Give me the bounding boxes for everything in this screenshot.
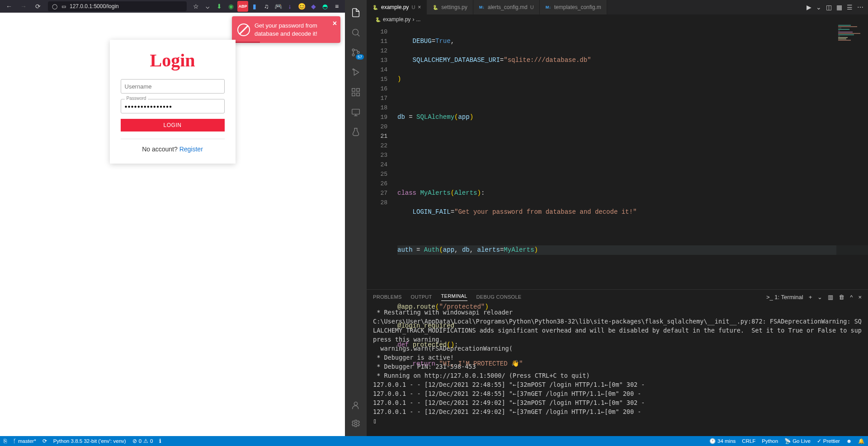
go-live[interactable]: 📡 Go Live [784, 438, 811, 444]
tab-templates-config[interactable]: M↓ templates_config.m [540, 0, 607, 14]
debug-icon[interactable] [345, 63, 367, 81]
testing-icon[interactable] [345, 123, 367, 141]
pocket-icon[interactable]: ⌵ [202, 1, 213, 12]
ext-icon-2[interactable]: ▮ [249, 1, 260, 12]
more-icon[interactable]: ⋯ [857, 4, 863, 11]
python-icon: 🐍 [372, 4, 378, 10]
run-icon[interactable]: ▶ [807, 4, 811, 11]
page-icon: ▭ [61, 3, 67, 9]
browser-toolbar: ← → ⟳ ◯ ▭ 127.0.0.1:5000/login ☆ ⌵ ⬇ ◉ A… [0, 0, 345, 13]
markdown-icon: M↓ [479, 4, 485, 10]
vscode-panel: 57 🐍 example.py U × [345, 0, 868, 436]
tab-close-icon[interactable]: × [418, 4, 421, 10]
split-icon[interactable]: ◫ [826, 4, 832, 11]
downloads-icon[interactable]: ⬇ [214, 1, 225, 12]
ext-icon-3[interactable]: ♫ [261, 1, 272, 12]
toast-error-icon [237, 23, 250, 36]
breadcrumb-file: example.py [383, 16, 410, 23]
remote-icon[interactable] [345, 103, 367, 121]
activity-bar: 57 [345, 0, 367, 436]
ext-icon-1[interactable]: ◉ [226, 1, 236, 12]
ext-icon-6[interactable]: 😊 [296, 1, 307, 12]
tab-example[interactable]: 🐍 example.py U × [367, 0, 427, 14]
tab-label: templates_config.m [554, 4, 601, 10]
url-bar[interactable]: ◯ ▭ 127.0.0.1:5000/login [48, 1, 187, 11]
tab-settings[interactable]: 🐍 settings.py [427, 0, 473, 14]
search-icon[interactable] [345, 23, 367, 42]
source-control-icon[interactable]: 57 [345, 43, 367, 61]
status-extra[interactable]: ℹ [159, 438, 161, 444]
svg-point-2 [352, 54, 354, 56]
tabs-actions: ▶ ⌄ ◫ ▦ ☰ ⋯ [807, 4, 868, 11]
svg-rect-6 [357, 89, 359, 91]
ext-icon-8[interactable]: ◓ [320, 1, 330, 12]
svg-point-1 [352, 49, 354, 51]
tab-label: settings.py [441, 4, 467, 10]
bookmark-star-icon[interactable]: ☆ [190, 1, 201, 12]
minimap[interactable] [836, 24, 868, 289]
sync-icon[interactable]: ⟳ [42, 438, 47, 444]
reload-button[interactable]: ⟳ [32, 1, 44, 12]
time-tracker[interactable]: 🕐 34 mins [709, 438, 736, 444]
no-account-text: No account? [142, 146, 179, 153]
tabs-bar: 🐍 example.py U × 🐍 settings.py M↓ alerts… [367, 0, 868, 14]
forward-button[interactable]: → [17, 1, 30, 12]
extensions-icon[interactable] [345, 83, 367, 101]
notifications-icon[interactable]: 🔔 [858, 438, 864, 444]
run-dropdown-icon[interactable]: ⌄ [816, 4, 821, 11]
remote-indicator[interactable]: ⎘ [4, 438, 7, 444]
python-interpreter[interactable]: Python 3.8.5 32-bit ('env': venv) [53, 438, 126, 444]
ext-icon-7[interactable]: ◆ [308, 1, 319, 12]
formatter[interactable]: ✓ Prettier [817, 438, 840, 444]
scm-badge: 57 [356, 54, 364, 60]
password-label: Password [125, 96, 148, 101]
toolbar-extensions: ☆ ⌵ ⬇ ◉ ABP ▮ ♫ 🎮 ↓ 😊 ◆ ◓ ≡ [190, 1, 342, 12]
abp-icon[interactable]: ABP [237, 1, 248, 12]
ext-icon-5[interactable]: ↓ [284, 1, 295, 12]
divider [121, 139, 225, 139]
register-line: No account? Register [121, 146, 225, 153]
problems-count[interactable]: ⊘ 0 ⚠ 0 [132, 438, 153, 444]
toast-close-button[interactable]: × [333, 19, 337, 28]
menu-icon[interactable]: ≡ [331, 1, 342, 12]
username-input[interactable] [125, 83, 221, 90]
toast-message: Get your password from database and deco… [255, 22, 317, 37]
url-text: 127.0.0.1:5000/login [70, 3, 119, 9]
settings-icon[interactable] [345, 414, 367, 432]
login-button[interactable]: LOGIN [121, 119, 225, 131]
sidebar-icon[interactable]: ☰ [847, 4, 853, 11]
code-content[interactable]: DEBUG=True, SQLALCHEMY_DATABASE_URI="sql… [393, 24, 868, 289]
eol-indicator[interactable]: CRLF [742, 438, 755, 444]
username-field-wrapper [121, 79, 225, 94]
python-icon: 🐍 [375, 16, 381, 23]
tab-alerts-config[interactable]: M↓ alerts_config.md U [473, 0, 540, 14]
explorer-icon[interactable] [345, 4, 367, 22]
line-gutter: 10111213141516171819202122232425262728 [367, 24, 393, 289]
password-input[interactable] [125, 104, 221, 109]
tab-label: example.py [381, 4, 409, 10]
svg-point-3 [357, 52, 359, 54]
tab-modified: U [411, 5, 415, 10]
tab-label: alerts_config.md [488, 4, 528, 10]
back-button[interactable]: ← [3, 1, 15, 12]
register-link[interactable]: Register [179, 146, 203, 153]
error-toast: × Get your password from database and de… [232, 16, 340, 43]
layout-icon[interactable]: ▦ [836, 4, 842, 11]
svg-point-11 [354, 422, 357, 425]
language-mode[interactable]: Python [762, 438, 778, 444]
breadcrumb[interactable]: 🐍 example.py › ... [367, 14, 868, 24]
editor[interactable]: 10111213141516171819202122232425262728 D… [367, 24, 868, 289]
login-card: Login Password LOGIN No account? Registe… [110, 40, 236, 164]
svg-point-0 [353, 29, 359, 35]
breadcrumb-sep: › [412, 16, 414, 23]
ext-icon-4[interactable]: 🎮 [273, 1, 283, 12]
svg-point-10 [354, 402, 357, 405]
git-branch[interactable]: ᚶ master* [13, 438, 36, 444]
status-bar: ⎘ ᚶ master* ⟳ Python 3.8.5 32-bit ('env'… [0, 436, 868, 446]
password-field-wrapper: Password [121, 99, 225, 113]
python-icon: 🐍 [432, 4, 439, 10]
feedback-icon[interactable]: ☻ [846, 438, 852, 444]
account-icon[interactable] [345, 396, 367, 414]
shield-icon: ◯ [52, 3, 58, 9]
svg-rect-7 [352, 93, 355, 96]
